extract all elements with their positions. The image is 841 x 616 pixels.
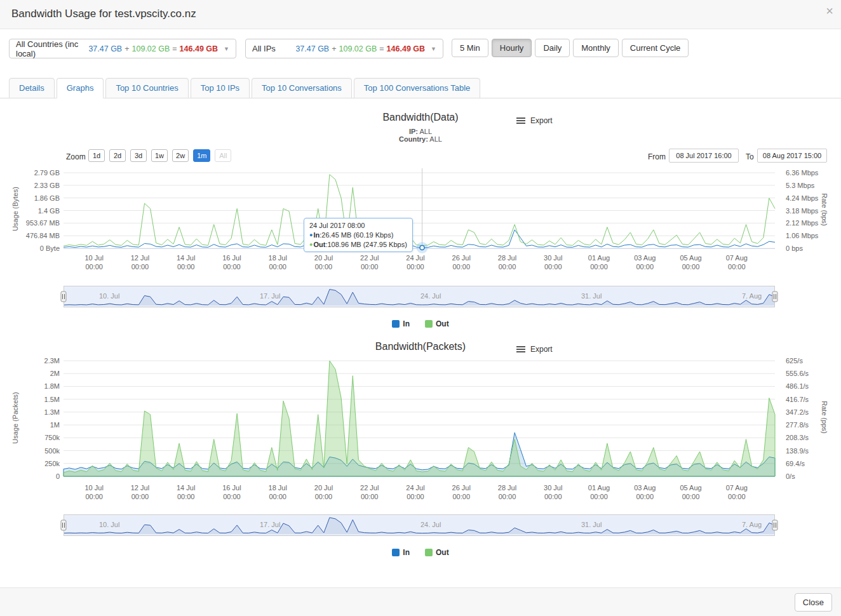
x-axis-tick-label: 28 Jul00:00	[487, 253, 527, 271]
x-tick-time: 00:00	[717, 262, 757, 271]
x-tick-date: 20 Jul	[303, 253, 344, 262]
x-axis-tick-label: 07 Aug00:00	[717, 483, 757, 501]
x-axis-tick-label: 10 Jul00:00	[74, 483, 114, 501]
x-tick-time: 00:00	[119, 492, 160, 501]
out-series-bullet-icon: ●	[309, 241, 313, 248]
x-tick-time: 00:00	[624, 492, 665, 501]
x-tick-time: 00:00	[303, 262, 344, 271]
y-axis-tick-label: 2M	[13, 370, 60, 377]
x-tick-date: 07 Aug	[717, 483, 757, 492]
y-axis-tick-label: 2.33 GB	[13, 182, 60, 189]
y-axis-tick-label-right: 4.24 Mbps	[786, 194, 833, 202]
x-axis-tick-label: 26 Jul00:00	[441, 483, 481, 501]
navigator-date-label: 10. Jul	[99, 521, 119, 528]
x-tick-date: 10 Jul	[74, 253, 114, 262]
chart-tooltip: 24 Jul 2017 08:00 ●In:26.45 MB (60.19 Kb…	[304, 218, 413, 252]
navigator-handle-right[interactable]	[772, 520, 777, 530]
tooltip-out-value: 108.96 MB (247.95 Kbps)	[327, 241, 407, 248]
in-series-bullet-icon: ●	[309, 232, 313, 238]
x-tick-date: 24 Jul	[395, 253, 436, 262]
x-tick-date: 20 Jul	[303, 483, 344, 492]
tooltip-out-line: ●Out:108.96 MB (247.95 Kbps)	[309, 241, 407, 248]
x-axis-tick-label: 18 Jul00:00	[257, 483, 298, 501]
x-axis-tick-label: 12 Jul00:00	[119, 253, 160, 271]
x-axis-tick-label: 14 Jul00:00	[166, 483, 206, 501]
navigator-date-label: 7. Aug	[742, 292, 762, 300]
y-axis-tick-label-right: 208.3/s	[786, 434, 833, 441]
tab-graphs[interactable]: Graphs	[57, 78, 104, 98]
y-axis-tick-label: 953.67 MB	[13, 219, 60, 227]
x-tick-date: 01 Aug	[579, 483, 619, 492]
x-tick-date: 01 Aug	[579, 253, 619, 262]
modal-footer: Close	[0, 587, 841, 616]
x-tick-date: 22 Jul	[349, 253, 390, 262]
y-axis-tick-label-right: 0 bps	[786, 244, 833, 252]
x-tick-date: 26 Jul	[441, 483, 481, 492]
x-axis-tick-label: 03 Aug00:00	[624, 483, 665, 501]
navigator-handle-left[interactable]	[61, 291, 66, 302]
x-tick-time: 00:00	[166, 492, 206, 501]
y-axis-tick-label: 500k	[13, 447, 60, 455]
x-tick-date: 28 Jul	[487, 483, 527, 492]
y-axis-tick-label: 1.3M	[13, 408, 60, 416]
chart-plot-area[interactable]	[64, 168, 775, 250]
x-axis-tick-label: 05 Aug00:00	[671, 483, 711, 501]
y-axis-tick-label-right: 486.1/s	[786, 382, 833, 390]
y-axis-tick-label-right: 347.2/s	[786, 408, 833, 416]
x-axis-tick-label: 18 Jul00:00	[257, 253, 298, 271]
x-tick-time: 00:00	[671, 492, 711, 501]
y-axis-tick-label: 1.4 GB	[13, 207, 60, 215]
x-axis-tick-label: 05 Aug00:00	[671, 253, 711, 271]
y-axis-tick-label-right: 0/s	[786, 472, 833, 480]
x-tick-time: 00:00	[624, 262, 665, 271]
x-tick-time: 00:00	[257, 262, 298, 271]
x-tick-time: 00:00	[119, 262, 160, 271]
x-tick-date: 30 Jul	[533, 483, 574, 492]
x-tick-time: 00:00	[579, 262, 619, 271]
navigator-date-label: 7. Aug	[742, 521, 762, 528]
y-axis-tick-label: 250k	[13, 460, 60, 467]
navigator-handle-left[interactable]	[61, 520, 66, 530]
x-axis-tick-label: 28 Jul00:00	[487, 483, 527, 501]
x-tick-date: 14 Jul	[166, 253, 206, 262]
x-axis-tick-label: 24 Jul00:00	[395, 253, 436, 271]
y-axis-tick-label: 750k	[13, 434, 60, 441]
x-tick-date: 05 Aug	[671, 483, 711, 492]
tooltip-in-label: In	[313, 231, 320, 239]
range-navigator[interactable]	[64, 286, 775, 307]
navigator-date-label: 31. Jul	[581, 292, 602, 300]
series-out-path	[64, 361, 775, 476]
y-axis-tick-label: 1.86 GB	[13, 194, 60, 202]
x-axis-tick-label: 12 Jul00:00	[119, 483, 160, 501]
chart-plot-area[interactable]	[64, 356, 775, 478]
x-tick-date: 30 Jul	[533, 253, 574, 262]
x-tick-date: 10 Jul	[74, 483, 114, 492]
y-axis-tick-label: 1.8M	[13, 382, 60, 390]
x-tick-time: 00:00	[74, 262, 114, 271]
navigator-date-label: 17. Jul	[260, 292, 280, 300]
x-tick-date: 07 Aug	[717, 253, 757, 262]
y-axis-tick-label-right: 3.18 Mbps	[786, 207, 833, 215]
x-tick-date: 22 Jul	[349, 483, 390, 492]
x-axis-tick-label: 30 Jul00:00	[533, 483, 574, 501]
navigator-handle-right[interactable]	[772, 291, 777, 302]
x-axis-tick-label: 20 Jul00:00	[303, 253, 344, 271]
y-axis-tick-label-right: 555.6/s	[786, 370, 833, 377]
y-axis-tick-label-right: 416.7/s	[786, 396, 833, 403]
navigator-date-label: 24. Jul	[420, 292, 441, 300]
close-button[interactable]: Close	[795, 593, 832, 612]
x-tick-time: 00:00	[487, 262, 527, 271]
range-navigator[interactable]	[64, 514, 775, 536]
x-tick-date: 16 Jul	[212, 253, 252, 262]
tooltip-in-value: 26.45 MB (60.19 Kbps)	[321, 231, 393, 239]
x-axis-tick-label: 14 Jul00:00	[166, 253, 206, 271]
marker-point	[420, 245, 424, 250]
x-tick-time: 00:00	[395, 492, 436, 501]
x-tick-date: 16 Jul	[212, 483, 252, 492]
x-axis-tick-label: 01 Aug00:00	[579, 483, 619, 501]
x-axis-tick-label: 03 Aug00:00	[624, 253, 665, 271]
y-axis-tick-label-right: 5.3 Mbps	[786, 182, 833, 189]
x-tick-time: 00:00	[533, 492, 574, 501]
y-axis-tick-label-right: 138.9/s	[786, 447, 833, 455]
x-tick-time: 00:00	[441, 492, 481, 501]
